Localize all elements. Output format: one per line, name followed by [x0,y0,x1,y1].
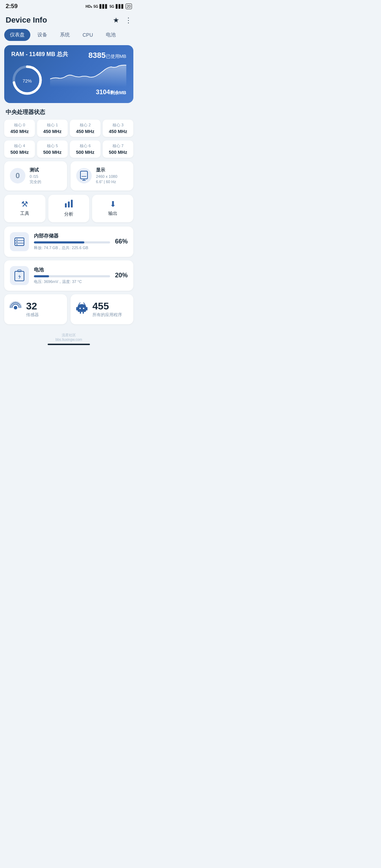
ram-used-label: 已使用MB [106,54,127,59]
tab-dashboard[interactable]: 仪表盘 [4,29,30,41]
cpu-core-5: 核心 5 500 MHz [37,140,68,158]
svg-rect-21 [86,307,87,311]
apps-card: 455 所有的应用程序 [71,294,133,324]
battery-progress-fill [34,275,49,277]
star-button[interactable]: ★ [113,16,119,24]
cpu-core-1-freq: 450 MHz [39,129,66,134]
ram-percent-label: 72% [23,76,32,85]
analysis-icon [52,200,86,210]
cpu-core-6-freq: 500 MHz [72,150,98,155]
sensors-count: 32 [26,301,39,312]
cpu-core-0-freq: 450 MHz [6,129,33,134]
svg-point-26 [79,308,81,309]
test-progress: 0 /15 [30,174,41,179]
storage-title: 内部存储器 [34,233,110,239]
signal-bars1: ▋▋▋ [99,4,108,9]
home-indicator [48,344,90,345]
cpu-core-6-label: 核心 6 [72,143,98,149]
svg-point-14 [17,244,18,245]
storage-progress-bg [34,241,110,243]
svg-rect-23 [83,312,84,314]
sensors-label: 传感器 [26,312,39,318]
cpu-core-4: 核心 4 500 MHz [4,140,35,158]
export-icon: ⬇ [96,200,130,209]
tab-device[interactable]: 设备 [32,29,53,41]
cpu-core-5-freq: 500 MHz [39,150,66,155]
apps-count: 455 [92,301,122,312]
svg-point-13 [17,241,18,242]
display-icon [76,168,92,183]
svg-rect-6 [65,203,67,207]
footer: 流星社区 bbs.liuxingw.com [0,331,138,348]
cpu-core-3: 核心 3 450 MHz [103,120,133,137]
status-bar: 2:59 HD₂ 5G ▋▋▋ 5G ▋▋▋ 20 [0,0,138,11]
footer-sub: bbs.liuxingw.com [55,338,82,342]
info-cards-row: 0 测试 0 /15 完全的 显示 868 x 381 6.6 [4,161,133,191]
battery-percent: 20% [115,272,128,279]
tabs-bar: 仪表盘 设备 系统 CPU 电池 [0,29,138,45]
actions-row: ⚒ 工具 分析 ⬇ 输出 [4,195,133,222]
cpu-core-3-label: 核心 3 [105,122,131,128]
main-content: RAM - 11489 MB 总共 8385已使用MB 72% [0,45,138,324]
battery-title: 电池 [34,267,110,273]
ram-header: RAM - 11489 MB 总共 8385已使用MB [11,51,126,60]
analysis-button[interactable]: 分析 [48,195,90,222]
tools-icon: ⚒ [8,200,42,209]
header: Device Info ★ ⋮ [0,11,138,29]
cpu-core-1-label: 核心 1 [39,122,66,128]
test-score: 0 [16,171,20,180]
sensors-icon [9,301,22,317]
ram-used: 8385已使用MB [89,51,126,60]
battery-card-icon [10,266,29,285]
svg-line-24 [79,303,80,305]
tab-battery[interactable]: 电池 [100,29,121,41]
ram-percent-num: 72 [23,78,28,84]
menu-button[interactable]: ⋮ [125,16,132,24]
signal-bars2: ▋▋▋ [116,4,124,9]
cpu-cores-row2: 核心 4 500 MHz 核心 5 500 MHz 核心 6 500 MHz 核… [4,140,133,158]
test-status: 完全的 [30,179,41,185]
ram-remaining-label: 剩余MB [110,90,126,95]
tools-button[interactable]: ⚒ 工具 [4,195,46,222]
ram-remaining: 3104剩余MB [50,89,126,96]
cpu-core-5-label: 核心 5 [39,143,66,149]
ram-card: RAM - 11489 MB 总共 8385已使用MB 72% [4,45,133,103]
cpu-core-4-freq: 500 MHz [6,150,33,155]
battery-body: 电池 电压: 3696mV，温度: 37 °C [34,267,110,284]
cpu-core-1: 核心 1 450 MHz [37,120,68,137]
svg-rect-2 [80,171,87,179]
svg-rect-8 [71,200,73,207]
cpu-section-title: 中央处理器状态 [4,109,133,116]
storage-body: 内部存储器 释放: 74.7 GB，总共: 225.6 GB [34,233,110,251]
tools-label: 工具 [8,210,42,217]
android-icon [75,301,88,317]
export-button[interactable]: ⬇ 输出 [92,195,133,222]
battery-indicator: 20 [126,4,132,9]
network-label: HD₂ [86,5,92,8]
svg-point-12 [17,239,18,240]
svg-point-27 [83,308,84,309]
svg-rect-22 [80,312,81,314]
cpu-core-4-label: 核心 4 [6,143,33,149]
cpu-core-2-freq: 450 MHz [72,129,98,134]
battery-progress-bg [34,275,110,277]
ram-percent-sym: % [28,78,32,84]
cpu-core-2-label: 核心 2 [72,122,98,128]
storage-icon [10,232,29,251]
display-card: 显示 868 x 381 6.6" | 60 Hz [71,161,133,191]
5g-label1: 5G [93,5,98,8]
status-time: 2:59 [6,3,18,10]
bottom-stats: 32 传感器 [4,294,133,324]
ram-body: 72% 3104剩余MB [11,64,126,96]
test-label: 测试 [30,167,41,173]
app-title: Device Info [6,16,47,25]
storage-detail: 释放: 74.7 GB，总共: 225.6 GB [34,245,110,251]
display-size: 6.6" | 60 Hz [96,179,117,185]
export-label: 输出 [96,210,130,217]
tab-system[interactable]: 系统 [54,29,75,41]
sparkline-area: 3104剩余MB [50,64,126,96]
tab-cpu[interactable]: CPU [77,29,99,41]
header-actions: ★ ⋮ [113,16,132,24]
cpu-cores-row1: 核心 0 450 MHz 核心 1 450 MHz 核心 2 450 MHz 核… [4,120,133,137]
test-card-text: 测试 0 /15 完全的 [30,167,41,185]
